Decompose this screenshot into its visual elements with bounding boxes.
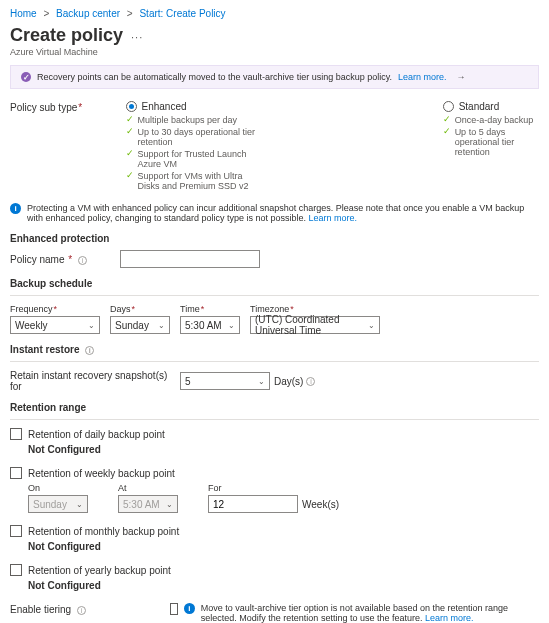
- check-icon: ✓: [126, 115, 134, 124]
- info-icon: ✓: [21, 72, 31, 82]
- section-retention-range: Retention range: [10, 402, 539, 413]
- weekly-retention-label: Retention of weekly backup point: [28, 468, 175, 479]
- policy-name-label: Policy name * i: [10, 254, 120, 265]
- weekly-for-input[interactable]: [208, 495, 298, 513]
- weekly-at-label: At: [118, 483, 178, 493]
- radio-standard-label: Standard: [459, 101, 500, 112]
- divider: [10, 361, 539, 362]
- warning-learn-more-link[interactable]: Learn more.: [309, 213, 358, 223]
- info-icon: i: [184, 603, 195, 614]
- checkbox-weekly-retention[interactable]: [10, 467, 22, 479]
- radio-standard[interactable]: [443, 101, 454, 112]
- info-icon[interactable]: i: [85, 346, 94, 355]
- check-icon: ✓: [443, 115, 451, 124]
- info-icon: i: [10, 203, 21, 214]
- instant-restore-label: Retain instant recovery snapshot(s) for: [10, 370, 180, 392]
- weekly-on-label: On: [28, 483, 88, 493]
- weekly-for-unit: Week(s): [302, 499, 339, 510]
- more-actions-button[interactable]: ···: [131, 31, 143, 43]
- radio-enhanced[interactable]: [126, 101, 137, 112]
- section-instant-restore: Instant restore i: [10, 344, 539, 355]
- instant-restore-unit: Day(s): [274, 376, 303, 387]
- radio-enhanced-label: Enhanced: [142, 101, 187, 112]
- time-label: Time*: [180, 304, 240, 314]
- checkbox-daily-retention[interactable]: [10, 428, 22, 440]
- weekly-on-select: Sunday⌄: [28, 495, 88, 513]
- checkbox-monthly-retention[interactable]: [10, 525, 22, 537]
- divider: [10, 419, 539, 420]
- section-enhanced-protection: Enhanced protection: [10, 233, 539, 244]
- daily-retention-status: Not Configured: [28, 444, 539, 455]
- checkbox-yearly-retention[interactable]: [10, 564, 22, 576]
- chevron-down-icon: ⌄: [258, 377, 265, 386]
- weekly-for-label: For: [208, 483, 339, 493]
- section-backup-schedule: Backup schedule: [10, 278, 539, 289]
- days-label: Days*: [110, 304, 170, 314]
- info-icon[interactable]: i: [78, 256, 87, 265]
- page-title: Create policy: [10, 25, 123, 46]
- check-icon: ✓: [443, 127, 451, 136]
- monthly-retention-label: Retention of monthly backup point: [28, 526, 179, 537]
- frequency-select[interactable]: Weekly⌄: [10, 316, 100, 334]
- policy-sub-type-label: Policy sub type*: [10, 101, 126, 113]
- chevron-down-icon: ⌄: [88, 321, 95, 330]
- chevron-down-icon: ⌄: [228, 321, 235, 330]
- enhanced-policy-warning: i Protecting a VM with enhanced policy c…: [10, 203, 539, 223]
- policy-name-input[interactable]: [120, 250, 260, 268]
- banner-learn-more-link[interactable]: Learn more.: [398, 72, 447, 82]
- info-icon[interactable]: i: [306, 377, 315, 386]
- breadcrumb-home[interactable]: Home: [10, 8, 37, 19]
- breadcrumb: Home > Backup center > Start: Create Pol…: [10, 8, 539, 19]
- policy-enhanced-group: Enhanced ✓Multiple backups per day ✓Up t…: [126, 101, 263, 193]
- check-icon: ✓: [126, 149, 134, 158]
- checkbox-enable-tiering[interactable]: [170, 603, 178, 615]
- chevron-down-icon: ⌄: [158, 321, 165, 330]
- check-icon: ✓: [126, 171, 134, 180]
- check-icon: ✓: [126, 127, 134, 136]
- breadcrumb-start-create-policy[interactable]: Start: Create Policy: [139, 8, 225, 19]
- daily-retention-label: Retention of daily backup point: [28, 429, 165, 440]
- arrow-right-icon: →: [457, 72, 466, 82]
- timezone-select[interactable]: (UTC) Coordinated Universal Time⌄: [250, 316, 380, 334]
- chevron-down-icon: ⌄: [166, 500, 173, 509]
- divider: [10, 295, 539, 296]
- frequency-label: Frequency*: [10, 304, 100, 314]
- days-select[interactable]: Sunday⌄: [110, 316, 170, 334]
- policy-standard-group: Standard ✓Once-a-day backup ✓Up to 5 day…: [443, 101, 539, 193]
- breadcrumb-backup-center[interactable]: Backup center: [56, 8, 120, 19]
- instant-restore-days-select[interactable]: 5⌄: [180, 372, 270, 390]
- chevron-down-icon: ⌄: [368, 321, 375, 330]
- weekly-at-select: 5:30 AM⌄: [118, 495, 178, 513]
- yearly-retention-label: Retention of yearly backup point: [28, 565, 171, 576]
- archive-tier-banner: ✓ Recovery points can be automatically m…: [10, 65, 539, 89]
- info-icon[interactable]: i: [77, 606, 86, 615]
- page-subtitle: Azure Virtual Machine: [10, 47, 539, 57]
- tiering-learn-more-link[interactable]: Learn more.: [425, 613, 474, 623]
- banner-text: Recovery points can be automatically mov…: [37, 72, 392, 82]
- chevron-down-icon: ⌄: [76, 500, 83, 509]
- timezone-label: Timezone*: [250, 304, 380, 314]
- time-select[interactable]: 5:30 AM⌄: [180, 316, 240, 334]
- enable-tiering-label: Enable tiering i: [10, 603, 170, 615]
- yearly-retention-status: Not Configured: [28, 580, 539, 591]
- monthly-retention-status: Not Configured: [28, 541, 539, 552]
